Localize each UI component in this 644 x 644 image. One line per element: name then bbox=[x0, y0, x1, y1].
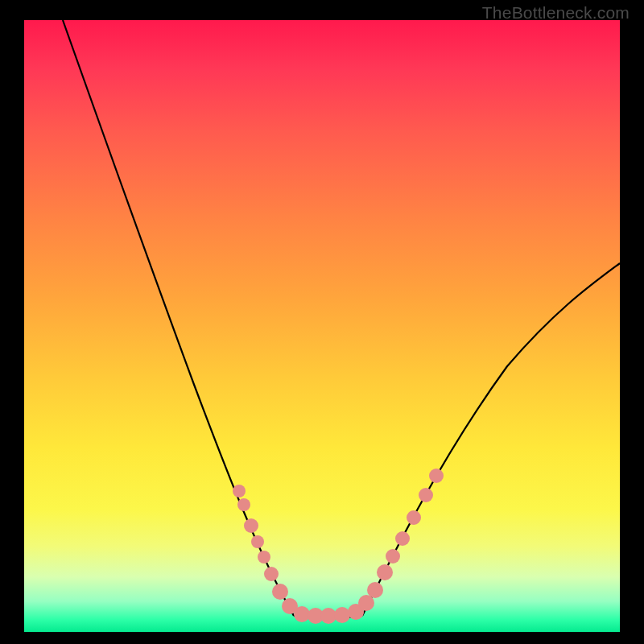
data-dot bbox=[377, 564, 393, 580]
data-dot bbox=[244, 518, 258, 533]
data-dot bbox=[233, 485, 246, 497]
data-dot bbox=[429, 469, 444, 483]
left-arm-path bbox=[63, 20, 294, 616]
curve-svg bbox=[24, 20, 620, 632]
data-dot bbox=[251, 535, 264, 548]
data-dot bbox=[407, 510, 421, 525]
data-dot bbox=[419, 488, 433, 502]
data-dot bbox=[264, 567, 279, 581]
data-dot bbox=[294, 606, 310, 622]
data-dot bbox=[386, 549, 400, 564]
outer-frame: TheBottleneck.com bbox=[0, 0, 644, 644]
right-arm-path bbox=[362, 263, 620, 616]
data-dot bbox=[258, 551, 270, 564]
data-dot bbox=[334, 607, 350, 623]
data-dot bbox=[320, 608, 336, 624]
data-dots bbox=[233, 469, 444, 624]
data-dot bbox=[367, 582, 383, 598]
watermark-text: TheBottleneck.com bbox=[482, 3, 630, 23]
v-curve bbox=[63, 20, 620, 618]
data-dot bbox=[237, 498, 250, 511]
data-dot bbox=[395, 531, 410, 546]
gradient-plot-area bbox=[24, 20, 620, 632]
data-dot bbox=[272, 584, 288, 600]
